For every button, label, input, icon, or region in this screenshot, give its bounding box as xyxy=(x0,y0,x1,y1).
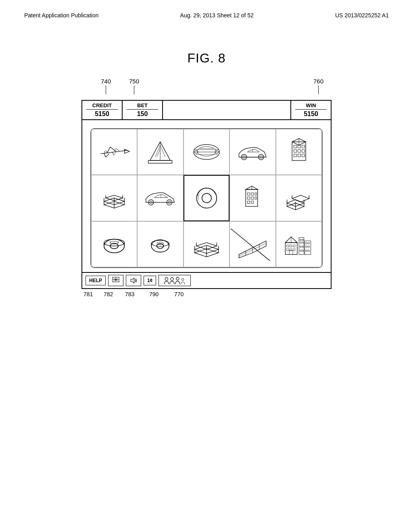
svg-line-9 xyxy=(113,152,114,155)
svg-rect-71 xyxy=(248,201,250,204)
svg-point-61 xyxy=(202,193,211,203)
reel-cell-1-4 xyxy=(229,129,275,175)
reel-cell-3-3 xyxy=(184,221,229,267)
ref-760: 760 xyxy=(313,78,323,94)
reel-cell-3-4 xyxy=(229,221,275,267)
ref-770: 770 xyxy=(174,291,184,297)
svg-rect-127 xyxy=(300,239,301,240)
svg-rect-37 xyxy=(294,150,296,152)
svg-rect-128 xyxy=(302,239,303,240)
svg-point-18 xyxy=(197,147,216,156)
credit-value: 5150 xyxy=(86,110,118,118)
svg-rect-41 xyxy=(298,154,300,157)
svg-rect-139 xyxy=(306,250,307,251)
credit-divider xyxy=(86,109,118,110)
svg-rect-69 xyxy=(251,197,254,200)
bet-box: BET 150 xyxy=(123,101,163,119)
header-center: Aug. 29, 2013 Sheet 12 of 52 xyxy=(180,12,254,19)
flag-icon[interactable] xyxy=(108,275,123,286)
svg-point-94 xyxy=(152,240,169,246)
svg-rect-36 xyxy=(302,145,305,148)
controls-bar: HELP 1¢ xyxy=(82,272,331,288)
svg-rect-66 xyxy=(251,193,254,195)
diagram-area: 740 750 760 CREDIT 5150 BET xyxy=(65,78,348,305)
svg-line-0 xyxy=(100,150,127,154)
reel-cell-2-5 xyxy=(276,175,322,221)
ref-labels-top: 740 750 760 xyxy=(81,78,332,100)
reel-cell-2-4 xyxy=(229,175,275,221)
svg-rect-115 xyxy=(285,243,297,255)
svg-rect-39 xyxy=(302,150,305,152)
win-box: WIN 5150 xyxy=(290,101,331,119)
svg-marker-75 xyxy=(292,195,309,202)
svg-marker-1 xyxy=(124,149,129,153)
ref-790: 790 xyxy=(149,291,159,297)
svg-line-8 xyxy=(116,149,119,151)
header-left: Patent Application Publication xyxy=(24,12,98,19)
svg-point-149 xyxy=(171,278,173,281)
header-right: US 2013/0225252 A1 xyxy=(335,12,389,19)
reels-container xyxy=(82,120,331,272)
svg-rect-126 xyxy=(289,250,292,254)
svg-rect-133 xyxy=(300,246,301,247)
reel-cell-1-2 xyxy=(137,129,183,175)
svg-point-151 xyxy=(182,278,184,281)
reel-cell-3-1 xyxy=(91,221,137,267)
svg-line-5 xyxy=(106,154,109,157)
svg-marker-147 xyxy=(131,278,134,283)
reel-cell-3-5 xyxy=(276,221,322,267)
svg-rect-130 xyxy=(302,242,303,243)
svg-line-2 xyxy=(107,147,110,153)
svg-rect-67 xyxy=(255,193,257,195)
svg-rect-72 xyxy=(251,201,254,204)
bet-divider xyxy=(127,109,158,110)
svg-rect-129 xyxy=(300,242,301,243)
reel-cell-2-3 xyxy=(184,175,229,221)
reels-grid xyxy=(90,128,323,268)
ref-781: 781 xyxy=(83,291,93,297)
help-button[interactable]: HELP xyxy=(86,276,106,285)
credit-label: CREDIT xyxy=(86,102,118,108)
info-bar: CREDIT 5150 BET 150 WIN 5150 xyxy=(82,101,331,120)
volume-icon[interactable] xyxy=(126,275,141,286)
ref-740: 740 xyxy=(101,78,111,94)
svg-line-3 xyxy=(110,147,116,152)
win-value: 5150 xyxy=(295,110,327,118)
svg-point-95 xyxy=(157,242,164,245)
svg-rect-121 xyxy=(290,245,292,247)
svg-rect-134 xyxy=(302,246,303,247)
ref-750: 750 xyxy=(129,78,139,94)
bet-value: 150 xyxy=(127,110,158,118)
svg-point-60 xyxy=(196,188,217,208)
svg-rect-135 xyxy=(306,246,307,247)
figure-title: FIG. 8 xyxy=(0,51,413,66)
svg-rect-123 xyxy=(286,249,288,251)
svg-point-148 xyxy=(165,278,168,281)
info-spacer xyxy=(163,101,290,119)
reel-cell-1-5 xyxy=(276,129,322,175)
svg-rect-13 xyxy=(148,160,172,163)
ref-783: 783 xyxy=(125,291,134,297)
slot-machine: CREDIT 5150 BET 150 WIN 5150 xyxy=(81,100,332,289)
svg-rect-120 xyxy=(286,245,288,247)
svg-point-6 xyxy=(104,151,107,153)
svg-rect-122 xyxy=(293,245,295,247)
svg-rect-35 xyxy=(298,145,300,148)
denomination-button[interactable]: 1¢ xyxy=(144,276,156,285)
win-divider xyxy=(295,109,327,110)
svg-point-92 xyxy=(152,240,169,252)
player-icons[interactable] xyxy=(159,275,191,286)
svg-rect-40 xyxy=(294,154,296,157)
credit-box: CREDIT 5150 xyxy=(82,101,123,119)
svg-rect-140 xyxy=(308,250,309,251)
svg-rect-137 xyxy=(300,250,301,251)
ref-labels-bottom: 781 782 783 790 770 xyxy=(81,291,332,305)
svg-line-4 xyxy=(104,154,106,157)
svg-line-15 xyxy=(157,149,160,157)
svg-rect-38 xyxy=(298,150,300,152)
svg-rect-132 xyxy=(308,243,309,244)
reel-cell-1-1 xyxy=(91,129,137,175)
reel-cell-3-2 xyxy=(137,221,183,267)
svg-line-10 xyxy=(114,153,116,156)
page-header: Patent Application Publication Aug. 29, … xyxy=(0,0,413,19)
